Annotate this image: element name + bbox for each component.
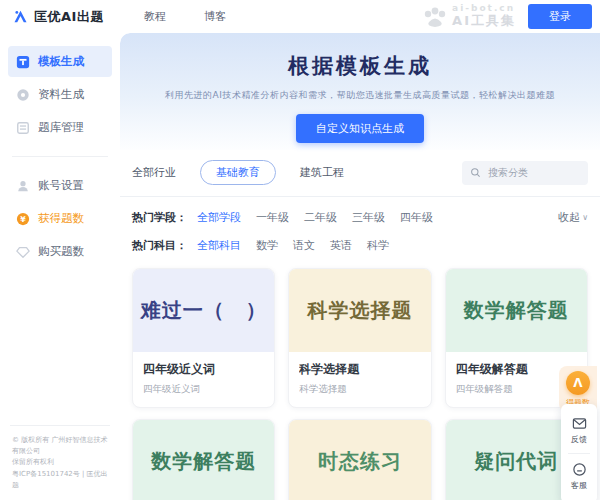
category-tabs: 全部行业 基础教育 建筑工程: [132, 160, 588, 185]
top-header: 匡优AI出题 教程 博客 ai-bot.cn AI工具集 登录: [0, 0, 600, 33]
filter-grade-3[interactable]: 三年级: [352, 210, 385, 225]
search-icon: [470, 167, 481, 178]
template-card[interactable]: 数学解答题 三年级解答题: [132, 419, 275, 500]
login-button[interactable]: 登录: [528, 4, 592, 29]
nav-tutorial[interactable]: 教程: [144, 9, 166, 24]
custom-knowledge-generate-button[interactable]: 自定义知识点生成: [296, 114, 424, 143]
feedback-button[interactable]: 反馈: [561, 408, 597, 453]
search-input[interactable]: [486, 166, 580, 179]
tab-construction[interactable]: 建筑工程: [300, 165, 344, 180]
card-art-text: 疑问代词: [474, 448, 558, 475]
question-bank-icon: [16, 121, 30, 135]
sidebar-item-label: 获得题数: [38, 211, 84, 226]
filter-grade-4[interactable]: 四年级: [400, 210, 433, 225]
svg-text:¥: ¥: [20, 215, 26, 224]
nav-blog[interactable]: 博客: [204, 9, 226, 24]
card-subtitle: 科学选择题: [299, 383, 420, 396]
subject-filter-row: 热门科目： 全部科目 数学 语文 英语 科学: [132, 238, 588, 253]
filter-all-grades[interactable]: 全部学段: [197, 210, 241, 225]
chevron-down-icon: ∨: [582, 213, 588, 222]
category-search-box[interactable]: [462, 161, 588, 185]
filter-grade-1[interactable]: 一年级: [256, 210, 289, 225]
sidebar-divider: [12, 156, 108, 157]
page-title: 根据模板生成: [120, 52, 600, 80]
filter-all-subjects[interactable]: 全部科目: [197, 238, 241, 253]
template-card[interactable]: 科学选择题 科学选择题科学选择题: [288, 268, 431, 408]
filter-grade-2[interactable]: 二年级: [304, 210, 337, 225]
tab-basic-education[interactable]: 基础教育: [200, 160, 276, 185]
filter-chinese[interactable]: 语文: [293, 238, 315, 253]
card-art: 数学解答题: [446, 269, 587, 352]
grade-filter-label: 热门学段：: [132, 210, 187, 225]
sidebar-item-label: 题库管理: [38, 120, 84, 135]
card-subtitle: 四年级近义词: [143, 383, 264, 396]
filter-science[interactable]: 科学: [367, 238, 389, 253]
app-title: 匡优AI出题: [34, 8, 104, 26]
customer-service-label: 客服: [571, 480, 587, 491]
copyright-line2: 保留所有权利: [12, 457, 108, 468]
sidebar-item-template-generate[interactable]: 模板生成: [8, 46, 112, 77]
collapse-label: 收起: [558, 210, 580, 225]
user-icon: [16, 179, 30, 193]
sidebar-item-label: 账号设置: [38, 178, 84, 193]
coin-icon: ¥: [16, 212, 30, 226]
icp-line: 粤ICP备15101742号 | 匡优出题: [12, 469, 108, 491]
gem-icon: [16, 245, 30, 259]
logo-icon: [12, 8, 29, 25]
headset-icon: [572, 462, 587, 477]
template-card[interactable]: 难过一（ ） 四年级近义词四年级近义词: [132, 268, 275, 408]
hero-section: 根据模板生成 利用先进的AI技术精准分析内容和需求，帮助您迅速批量生成高质量试题…: [120, 33, 600, 150]
card-art: 科学选择题: [289, 269, 430, 352]
sidebar-item-label: 购买题数: [38, 244, 84, 259]
float-action-panel: 反馈 客服: [561, 404, 597, 500]
material-icon: [16, 88, 30, 102]
sidebar-item-label: 资料生成: [38, 87, 84, 102]
app-logo[interactable]: 匡优AI出题: [12, 8, 104, 26]
top-nav: 教程 博客: [144, 9, 226, 24]
subject-filter-label: 热门科目：: [132, 238, 187, 253]
template-card-grid: 难过一（ ） 四年级近义词四年级近义词 科学选择题 科学选择题科学选择题 数学解…: [132, 268, 588, 500]
card-title: 科学选择题: [299, 361, 420, 378]
card-art-text: 时态练习: [318, 448, 402, 475]
envelope-icon: [572, 416, 587, 431]
card-art: 时态练习: [289, 420, 430, 500]
coin-icon: Λ: [566, 371, 590, 395]
sidebar-item-material-generate[interactable]: 资料生成: [8, 79, 112, 110]
sidebar-item-buy-questions[interactable]: 购买题数: [8, 236, 112, 267]
template-icon: [16, 55, 30, 69]
paw-logo-icon: [422, 6, 448, 28]
content-area: 全部行业 基础教育 建筑工程 热门学段： 全部学段 一年级 二年级 三年级 四年…: [120, 150, 600, 500]
sidebar-item-question-bank[interactable]: 题库管理: [8, 112, 112, 143]
sidebar-item-account-settings[interactable]: 账号设置: [8, 170, 112, 201]
divider: [120, 196, 600, 197]
customer-service-button[interactable]: 客服: [561, 454, 597, 499]
sidebar-item-earned-questions[interactable]: ¥ 获得题数: [8, 203, 112, 234]
watermark: ai-bot.cn AI工具集: [422, 4, 516, 28]
copyright-footer: © 版权所有 广州好智信息技术有限公司 保留所有权利 粤ICP备15101742…: [10, 425, 110, 500]
main-panel: 根据模板生成 利用先进的AI技术精准分析内容和需求，帮助您迅速批量生成高质量试题…: [120, 33, 600, 500]
card-art: 难过一（ ）: [133, 269, 274, 352]
page-subtitle: 利用先进的AI技术精准分析内容和需求，帮助您迅速批量生成高质量试题，轻松解决出题…: [120, 89, 600, 102]
card-art-text: 数学解答题: [151, 448, 256, 475]
template-card[interactable]: 时态练习 三年级英语时态练习: [288, 419, 431, 500]
copyright-line1: © 版权所有 广州好智信息技术有限公司: [12, 435, 108, 457]
card-art-text: 数学解答题: [464, 297, 569, 324]
sidebar: 模板生成 资料生成 题库管理 账号设置 ¥ 获得题数 购买题数 © 版权所有 广…: [0, 33, 120, 500]
filter-math[interactable]: 数学: [256, 238, 278, 253]
card-title: 四年级近义词: [143, 361, 264, 378]
sidebar-item-label: 模板生成: [38, 54, 84, 69]
tab-all-industries[interactable]: 全部行业: [132, 165, 176, 180]
filter-english[interactable]: 英语: [330, 238, 352, 253]
card-art-text: 科学选择题: [307, 297, 412, 324]
card-art: 数学解答题: [133, 420, 274, 500]
watermark-line2: AI工具集: [452, 14, 516, 28]
grade-filter-row: 热门学段： 全部学段 一年级 二年级 三年级 四年级 收起 ∨: [132, 210, 588, 225]
collapse-toggle[interactable]: 收起 ∨: [558, 210, 588, 225]
card-art-text: 难过一（ ）: [141, 297, 267, 324]
feedback-label: 反馈: [571, 434, 587, 445]
